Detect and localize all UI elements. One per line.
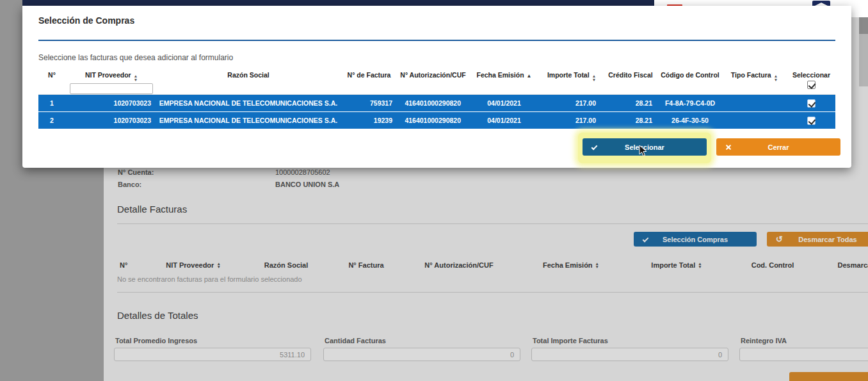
sort-icon: ▲▼: [592, 74, 596, 81]
cerrar-label: Cerrar: [768, 143, 789, 151]
col-factura: N° de Factura: [339, 66, 399, 95]
select-all-checkbox[interactable]: [807, 81, 816, 89]
col-credito-fiscal: Crédito Fiscal: [602, 66, 659, 95]
modal-instruction: Seleccione las facturas que desea adicio…: [38, 53, 233, 62]
col-seleccionar: Seleccionar: [787, 66, 835, 95]
mouse-cursor: [639, 145, 648, 158]
cerrar-button[interactable]: Cerrar: [716, 138, 840, 156]
close-icon: [725, 144, 732, 150]
col-autorizacion: N° Autorización/CUF: [399, 66, 467, 95]
row-select-cell: [787, 95, 835, 112]
col-razon-social: Razón Social: [157, 66, 339, 95]
col-tipo-factura[interactable]: Tipo Factura▲▼: [721, 66, 787, 95]
row-checkbox[interactable]: [807, 117, 816, 125]
table-row[interactable]: 2 1020703023 EMPRESA NACIONAL DE TELECOM…: [38, 112, 835, 129]
row-checkbox[interactable]: [807, 99, 816, 108]
nit-filter-input[interactable]: [70, 83, 153, 94]
seleccion-compras-modal: Selección de Compras Seleccione las fact…: [22, 6, 851, 168]
sort-icon: ▲▼: [774, 74, 778, 81]
table-row[interactable]: 1 1020703023 EMPRESA NACIONAL DE TELECOM…: [38, 95, 835, 112]
modal-title: Selección de Compras: [38, 15, 134, 26]
col-fecha-emision[interactable]: Fecha Emisión▲: [467, 66, 541, 95]
col-n: N°: [38, 66, 65, 95]
col-importe-total[interactable]: Importe Total▲▼: [541, 66, 602, 95]
col-nit[interactable]: NIT Proveedor▲▼: [65, 66, 157, 95]
facturas-header-row: N° NIT Proveedor▲▼ Razón Social N° de Fa…: [38, 66, 835, 95]
col-codigo-control: Código de Control: [659, 66, 721, 95]
sort-icon: ▲▼: [134, 74, 138, 81]
sort-asc-icon: ▲: [527, 73, 532, 79]
check-icon: [591, 144, 598, 150]
facturas-table: N° NIT Proveedor▲▼ Razón Social N° de Fa…: [38, 66, 835, 129]
row-select-cell: [787, 112, 835, 129]
modal-title-divider: [38, 40, 835, 41]
